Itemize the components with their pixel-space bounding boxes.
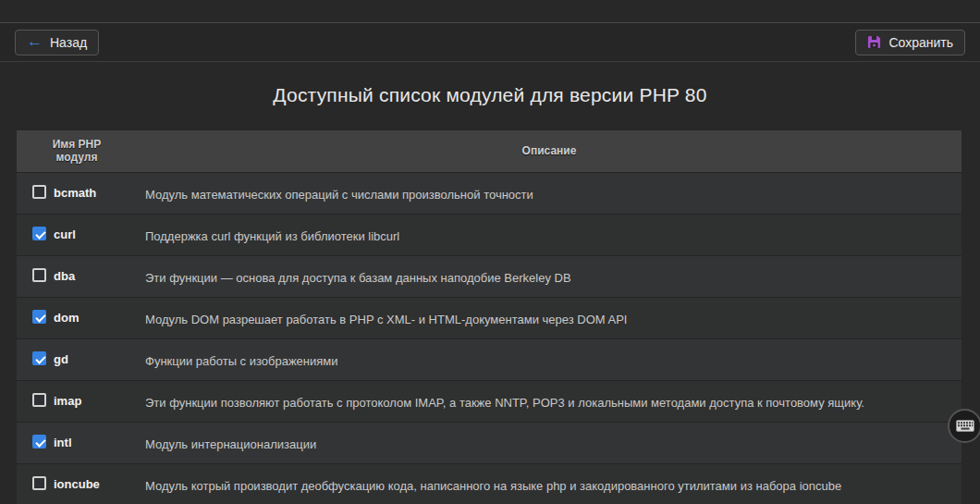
- module-description-cell: Эти функции — основа для доступа к базам…: [137, 256, 962, 297]
- table-header-row: Имя PHP модуля Описание: [17, 130, 962, 172]
- module-name: curl: [54, 227, 76, 240]
- module-name-cell: imap: [17, 381, 137, 422]
- module-name: intl: [54, 435, 72, 449]
- column-header-description: Описание: [137, 145, 962, 158]
- module-checkbox[interactable]: [32, 268, 46, 282]
- module-name-cell: dom: [17, 298, 137, 338]
- module-name: bcmath: [54, 185, 96, 199]
- table-row: dom Модуль DOM разрешает работать в PHP …: [17, 297, 962, 338]
- module-description: Эти функции — основа для доступа к базам…: [145, 271, 571, 285]
- module-checkbox[interactable]: [32, 310, 46, 324]
- table-body: bcmath Модуль математических операций с …: [17, 172, 962, 504]
- module-description: Модуль интернационализации: [145, 437, 316, 451]
- module-name-cell: curl: [17, 215, 137, 255]
- save-button-label: Сохранить: [888, 35, 953, 50]
- module-description: Модуль математических операций с числами…: [145, 188, 533, 202]
- module-checkbox[interactable]: [32, 185, 46, 199]
- table-row: curl Поддержка curl функций из библиотек…: [17, 214, 962, 255]
- module-name-cell: dba: [17, 256, 137, 297]
- module-name: dba: [54, 268, 75, 282]
- save-button[interactable]: Сохранить: [855, 30, 965, 55]
- back-button-label: Назад: [50, 35, 87, 50]
- main-content: Доступный список модулей для версии PHP …: [0, 62, 980, 504]
- module-name-cell: ioncube: [17, 464, 137, 504]
- module-name: imap: [54, 393, 81, 407]
- module-name: dom: [54, 310, 79, 324]
- module-checkbox[interactable]: [32, 476, 46, 490]
- php-modules-table: Имя PHP модуля Описание bcmath Модуль ма…: [17, 130, 962, 504]
- table-row: ioncube Модуль котрый производит деобфус…: [17, 463, 962, 504]
- module-description: Поддержка curl функций из библиотеки lib…: [145, 229, 399, 243]
- module-description-cell: Модуль интернационализации: [137, 423, 962, 463]
- table-row: intl Модуль интернационализации: [17, 422, 962, 463]
- keyboard-icon: [956, 420, 974, 432]
- module-description-cell: Модуль математических операций с числами…: [137, 173, 962, 214]
- module-description-cell: Эти функции позволяют работать с протоко…: [137, 381, 962, 422]
- module-description-cell: Функции работы с изображениями: [137, 339, 962, 380]
- page-title: Доступный список модулей для версии PHP …: [0, 84, 980, 106]
- module-checkbox[interactable]: [32, 227, 46, 240]
- window-top-strip: [0, 0, 980, 23]
- module-description: Модуль DOM разрешает работать в PHP с XM…: [145, 313, 627, 326]
- module-checkbox[interactable]: [32, 351, 46, 365]
- table-row: dba Эти функции — основа для доступа к б…: [17, 255, 962, 297]
- module-checkbox[interactable]: [32, 435, 46, 449]
- module-description: Функции работы с изображениями: [145, 354, 338, 368]
- table-row: imap Эти функции позволяют работать с пр…: [17, 380, 962, 422]
- module-description: Эти функции позволяют работать с протоко…: [145, 396, 864, 410]
- left-arrow-icon: ←: [27, 33, 43, 49]
- module-description-cell: Модуль котрый производит деобфускацию ко…: [137, 464, 962, 504]
- table-row: gd Функции работы с изображениями: [17, 338, 962, 380]
- module-name-cell: bcmath: [17, 173, 137, 214]
- module-name-cell: gd: [17, 339, 137, 380]
- module-description-cell: Поддержка curl функций из библиотеки lib…: [137, 215, 962, 255]
- module-name: gd: [54, 351, 68, 365]
- table-row: bcmath Модуль математических операций с …: [17, 172, 962, 214]
- floppy-disk-icon: [867, 35, 881, 49]
- virtual-keyboard-button[interactable]: [948, 409, 980, 443]
- module-description: Модуль котрый производит деобфускацию ко…: [145, 479, 841, 493]
- module-name-cell: intl: [17, 423, 137, 463]
- module-checkbox[interactable]: [32, 393, 46, 407]
- column-header-module-name: Имя PHP модуля: [17, 139, 137, 165]
- toolbar: ← Назад Сохранить: [0, 23, 980, 62]
- back-button[interactable]: ← Назад: [15, 30, 99, 55]
- module-name: ioncube: [54, 476, 100, 490]
- module-description-cell: Модуль DOM разрешает работать в PHP с XM…: [137, 298, 962, 338]
